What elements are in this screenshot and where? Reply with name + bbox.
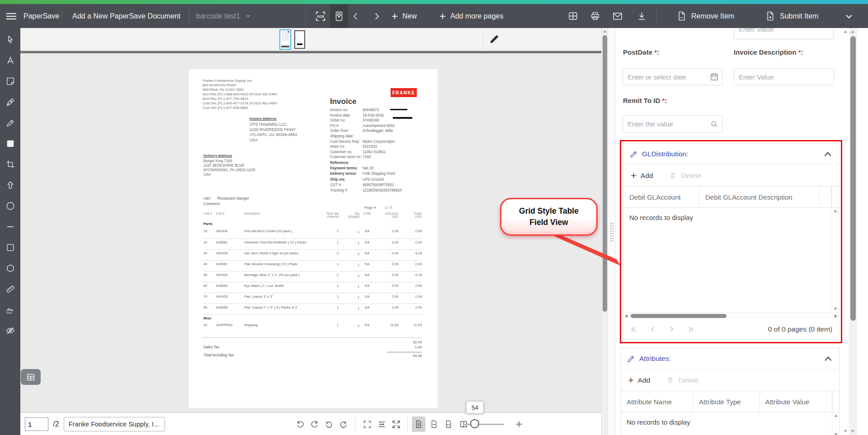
menu-button[interactable]	[6, 4, 16, 28]
signature-tool[interactable]	[4, 304, 17, 315]
text-tool[interactable]	[4, 55, 17, 66]
viewer-scrollbar[interactable]	[601, 28, 608, 435]
gl-vertical-scrollbar[interactable]	[831, 208, 839, 312]
gl-collapse-button[interactable]	[823, 150, 832, 158]
select-tool[interactable]	[4, 34, 17, 45]
ellipse-tool[interactable]	[4, 201, 17, 211]
attributes-section-header[interactable]: Attributes:	[621, 348, 839, 370]
rectangle-tool[interactable]	[4, 242, 17, 253]
rotate-page-ccw-button[interactable]	[322, 413, 335, 435]
add-more-pages-button[interactable]: +Add more pages	[439, 4, 503, 28]
scroll-down-arrow[interactable]	[834, 433, 838, 435]
remit-to-id-input[interactable]	[623, 115, 722, 133]
pen-tool[interactable]	[4, 97, 17, 108]
meta-label: Customer no:	[330, 150, 363, 155]
fit-page-button[interactable]	[360, 413, 374, 435]
page-number-input[interactable]	[25, 417, 48, 431]
invoice-description-input[interactable]	[734, 68, 834, 85]
attributes-column-header[interactable]: Attribute Type	[693, 391, 759, 412]
last-page-button[interactable]	[687, 325, 695, 333]
email-button[interactable]	[612, 4, 623, 28]
scroll-down-arrow[interactable]	[834, 308, 837, 310]
scroll-down-arrow[interactable]	[844, 430, 847, 433]
view-single-page-button[interactable]	[412, 416, 425, 432]
gl-column-header[interactable]: Debit GLAccount	[623, 187, 699, 207]
edit-annotations-button[interactable]	[488, 33, 500, 46]
polygon-tool[interactable]	[4, 263, 17, 274]
rotate-page-cw-button[interactable]	[337, 413, 349, 435]
scroll-right-arrow[interactable]	[835, 314, 837, 318]
print-button[interactable]	[590, 4, 600, 28]
ocr-button[interactable]: OCR	[315, 4, 326, 28]
scroll-up-arrow[interactable]	[851, 30, 854, 33]
cell-line: 30	[203, 251, 216, 260]
panel-splitter[interactable]	[608, 28, 616, 435]
page-thumbnail-2[interactable]	[294, 30, 305, 49]
delivery-address-heading: Delivery Address	[203, 154, 232, 158]
fit-screen-button[interactable]	[389, 413, 403, 435]
attributes-column-filler	[826, 391, 832, 412]
auto-capture-button[interactable]	[330, 4, 348, 28]
window-scrollbar[interactable]	[849, 28, 857, 435]
page-thumbnail-1[interactable]	[279, 29, 291, 50]
document-page: Franke Foodservice Supply, Inc800 AVIATI…	[189, 69, 438, 408]
scrolled-field-input[interactable]	[734, 28, 834, 39]
attributes-collapse-button[interactable]	[824, 355, 833, 362]
crop-tool[interactable]	[4, 159, 17, 170]
next-item-button[interactable]	[372, 4, 382, 28]
document-title-button[interactable]: Franke Foodservice Supply, I...	[64, 417, 165, 431]
rotate-cw-button[interactable]	[308, 413, 321, 435]
scroll-up-arrow[interactable]	[603, 30, 607, 33]
zoom-in-button[interactable]	[513, 413, 525, 435]
previous-page-button[interactable]	[649, 325, 657, 333]
panel-scrollbar[interactable]	[842, 28, 849, 435]
view-continuous-button[interactable]	[427, 413, 441, 435]
attributes-column-header[interactable]: Attribute Value	[760, 391, 826, 412]
submit-item-button[interactable]: Submit Item	[765, 4, 818, 28]
gl-horizontal-scrollbar[interactable]	[623, 312, 839, 319]
scroll-up-arrow[interactable]	[834, 210, 837, 212]
gl-delete-button[interactable]: Delete	[669, 172, 701, 180]
postdate-input[interactable]	[623, 68, 722, 85]
attributes-vertical-scrollbar[interactable]	[832, 412, 839, 435]
attributes-add-button[interactable]: +Add	[628, 375, 650, 385]
more-actions-button[interactable]	[844, 4, 854, 28]
remove-item-button[interactable]: Remove Item	[676, 4, 734, 28]
viewer-scrollbar-thumb[interactable]	[603, 35, 607, 312]
previous-item-button[interactable]	[351, 4, 361, 28]
filled-rectangle-tool[interactable]	[4, 138, 17, 149]
view-code-button[interactable]	[442, 413, 455, 435]
arrow-stamp-tool[interactable]	[4, 180, 17, 191]
document-selector[interactable]: barcode test1	[196, 4, 252, 28]
ruler-tool[interactable]	[4, 284, 17, 295]
window-scrollbar-thumb[interactable]	[850, 36, 856, 321]
sticky-note-tool[interactable]	[4, 76, 17, 87]
cell-total: 2.09	[398, 305, 422, 314]
download-button[interactable]	[637, 4, 647, 28]
gl-column-header[interactable]: Debit GLAccount Description	[699, 187, 820, 207]
search-icon[interactable]	[710, 120, 719, 129]
attributes-delete-button[interactable]: Delete	[666, 376, 698, 384]
scroll-up-arrow[interactable]	[844, 30, 847, 33]
fit-width-button[interactable]	[375, 413, 388, 435]
zoom-slider-knob[interactable]	[470, 419, 479, 428]
gl-section-header[interactable]: GLDistribution:	[623, 144, 839, 165]
scroll-down-arrow[interactable]	[851, 430, 854, 433]
gl-add-button[interactable]: +Add	[631, 171, 653, 181]
line-tool[interactable]	[4, 221, 17, 232]
next-page-button[interactable]	[668, 325, 676, 333]
rotate-ccw-button[interactable]	[294, 413, 307, 435]
gl-hscroll-thumb[interactable]	[631, 314, 726, 318]
first-page-button[interactable]	[630, 325, 638, 333]
hide-annotations-tool[interactable]	[4, 325, 17, 336]
grid-view-button[interactable]	[568, 4, 578, 28]
new-button[interactable]: +New	[392, 4, 417, 28]
attributes-column-header[interactable]: Attribute Name	[621, 391, 693, 412]
scroll-up-arrow[interactable]	[834, 414, 838, 417]
scroll-left-arrow[interactable]	[625, 314, 627, 318]
required-asterisk: *	[662, 97, 665, 104]
calendar-icon[interactable]	[710, 72, 719, 81]
highlighter-tool[interactable]	[4, 117, 17, 128]
zoom-slider-track[interactable]	[463, 424, 504, 425]
table-view-tab[interactable]	[21, 369, 41, 385]
